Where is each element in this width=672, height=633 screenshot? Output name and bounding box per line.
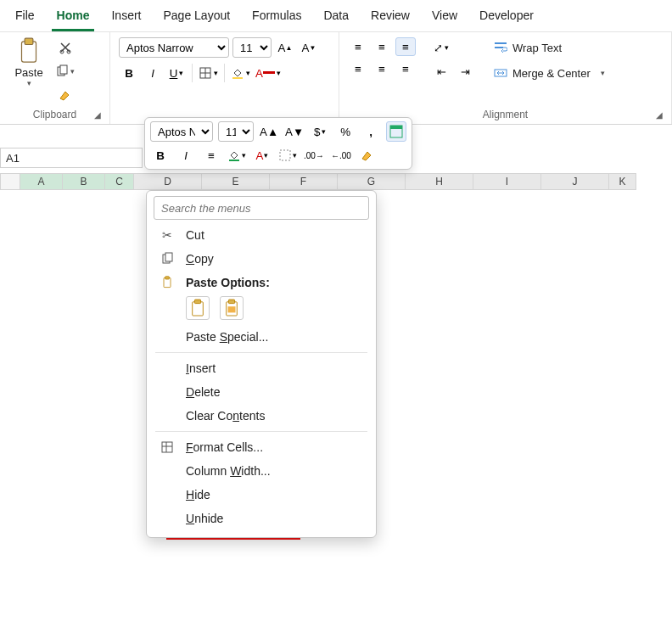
mini-comma-format[interactable]: , <box>361 121 381 125</box>
clipboard-launcher-icon[interactable]: ◢ <box>94 110 101 120</box>
increase-font-button[interactable]: A▲ <box>275 37 295 58</box>
wrap-text-icon <box>494 41 507 54</box>
wrap-text-label: Wrap Text <box>512 42 562 54</box>
fill-color-button[interactable]: ▾ <box>230 63 251 83</box>
group-clipboard: Paste ▾ ▾ Clipboard◢ <box>0 32 110 124</box>
bold-button[interactable]: B <box>119 63 139 83</box>
tab-page-layout[interactable]: Page Layout <box>158 5 235 31</box>
mini-table-format[interactable] <box>386 121 406 125</box>
svg-rect-5 <box>60 65 67 74</box>
cut-button[interactable] <box>55 37 76 58</box>
align-right-button[interactable]: ≡ <box>395 59 416 78</box>
increase-indent-button[interactable]: ⇥ <box>455 61 475 81</box>
decrease-font-button[interactable]: A▼ <box>299 37 319 58</box>
align-top-button[interactable]: ≡ <box>348 37 368 56</box>
tab-view[interactable]: View <box>427 5 462 31</box>
tab-review[interactable]: Review <box>366 5 415 31</box>
group-label-clipboard: Clipboard <box>33 109 76 120</box>
mini-toolbar: Aptos Na 11 A▲ A▼ $▾ % , B I ≡ ▾ A▾ ▾ .0… <box>144 117 412 125</box>
ribbon: Paste ▾ ▾ Clipboard◢ Aptos Narrow 11 A▲ … <box>0 32 672 125</box>
align-middle-button[interactable]: ≡ <box>372 37 392 56</box>
tab-formulas[interactable]: Formulas <box>247 5 306 31</box>
mini-decrease-font[interactable]: A▼ <box>284 121 305 125</box>
group-label-alignment: Alignment <box>483 109 528 120</box>
svg-rect-10 <box>263 71 275 74</box>
tab-developer[interactable]: Developer <box>474 5 539 31</box>
svg-rect-1 <box>25 38 33 44</box>
chevron-down-icon: ▾ <box>601 69 605 77</box>
underline-button[interactable]: U▾ <box>166 63 187 83</box>
copy-button[interactable]: ▾ <box>54 61 76 81</box>
mini-size-select[interactable]: 11 <box>218 121 254 125</box>
tab-data[interactable]: Data <box>318 5 354 31</box>
svg-rect-11 <box>495 42 507 44</box>
mini-accounting-format[interactable]: $▾ <box>310 121 330 125</box>
decrease-indent-button[interactable]: ⇤ <box>431 61 451 81</box>
align-center-button[interactable]: ≡ <box>372 59 392 78</box>
merge-center-button[interactable]: Merge & Center ▾ <box>490 63 608 83</box>
chevron-down-icon: ▾ <box>27 79 31 87</box>
alignment-launcher-icon[interactable]: ◢ <box>656 110 663 120</box>
borders-button[interactable]: ▾ <box>198 63 219 83</box>
align-left-button[interactable]: ≡ <box>348 59 368 78</box>
paste-button[interactable]: Paste ▾ <box>8 37 49 87</box>
ribbon-tabs: File Home Insert Page Layout Formulas Da… <box>0 0 672 32</box>
font-name-select[interactable]: Aptos Narrow <box>119 37 229 58</box>
italic-button[interactable]: I <box>143 63 163 83</box>
mini-percent-format[interactable]: % <box>335 121 356 125</box>
tab-insert[interactable]: Insert <box>106 5 146 31</box>
svg-rect-12 <box>495 47 503 48</box>
mini-font-select[interactable]: Aptos Na <box>150 121 213 125</box>
tab-file[interactable]: File <box>10 5 40 31</box>
mini-increase-font[interactable]: A▲ <box>259 121 279 125</box>
align-bottom-button[interactable]: ≡ <box>395 37 416 56</box>
svg-rect-9 <box>232 77 243 79</box>
orientation-button[interactable]: ⤢▾ <box>431 37 451 58</box>
wrap-text-button[interactable]: Wrap Text <box>490 37 608 58</box>
tab-home[interactable]: Home <box>52 5 95 31</box>
font-color-button[interactable]: A▾ <box>255 63 282 83</box>
group-alignment: ≡ ≡ ≡ ≡ ≡ ≡ ⤢▾ ⇤ ⇥ <box>339 32 672 124</box>
font-size-select[interactable]: 11 <box>232 37 272 58</box>
group-font: Aptos Narrow 11 A▲ A▼ B I U▾ ▾ ▾ A▾ <box>110 32 339 124</box>
format-painter-button[interactable] <box>55 85 76 105</box>
merge-label: Merge & Center <box>512 67 591 80</box>
paste-label: Paste <box>14 66 42 79</box>
merge-icon <box>494 66 507 80</box>
